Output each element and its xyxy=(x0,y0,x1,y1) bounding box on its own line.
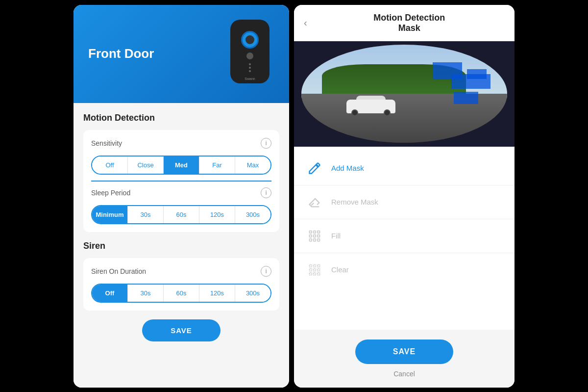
fill-label: Fill xyxy=(331,232,341,240)
right-save-button[interactable]: SAVE xyxy=(355,340,453,364)
doorbell-lens-inner xyxy=(245,35,254,44)
sleep-period-label: Sleep Period xyxy=(91,189,130,197)
right-actions: Add Mask Remove Mask xyxy=(294,147,514,330)
svg-rect-8 xyxy=(318,238,320,241)
siren-card: Siren On Duration i Off 30s 60s 120s 300… xyxy=(83,258,279,311)
doorbell-button xyxy=(246,52,253,59)
sensitivity-label: Sensitivity xyxy=(91,139,122,147)
sensitivity-row: Sensitivity i xyxy=(91,138,271,149)
sensitivity-med[interactable]: Med xyxy=(164,157,199,174)
svg-rect-12 xyxy=(310,268,312,271)
right-footer: SAVE Cancel xyxy=(294,330,514,388)
siren-300s[interactable]: 300s xyxy=(235,285,270,302)
screens-container: Front Door Swann Motion Detection xyxy=(0,0,588,392)
siren-duration-label: Siren On Duration xyxy=(91,267,146,275)
right-header: ‹ Motion Detection Mask xyxy=(294,5,514,41)
left-save-button[interactable]: SAVE xyxy=(142,319,220,341)
svg-rect-3 xyxy=(310,235,312,237)
title-line2: Mask xyxy=(398,23,420,33)
siren-30s[interactable]: 30s xyxy=(128,285,164,302)
sleep-120s[interactable]: 120s xyxy=(199,206,235,223)
svg-rect-6 xyxy=(310,238,312,241)
mask-block-4 xyxy=(467,69,487,79)
svg-rect-1 xyxy=(314,231,316,233)
sleep-period-row: Sleep Period i xyxy=(91,187,271,198)
eraser-icon xyxy=(306,193,323,211)
motion-detection-title: Motion Detection xyxy=(83,113,279,123)
add-mask-item[interactable]: Add Mask xyxy=(294,152,514,185)
fill-grid-icon xyxy=(306,227,323,245)
siren-btn-group: Off 30s 60s 120s 300s xyxy=(91,284,271,303)
pencil-icon xyxy=(306,159,323,177)
svg-rect-14 xyxy=(318,268,320,271)
sensitivity-close[interactable]: Close xyxy=(128,157,164,174)
camera-view[interactable] xyxy=(294,41,514,147)
siren-title: Siren xyxy=(83,241,279,251)
right-title: Motion Detection Mask xyxy=(314,13,505,33)
sensitivity-far[interactable]: Far xyxy=(199,157,235,174)
clear-label: Clear xyxy=(331,265,349,274)
sensitivity-max[interactable]: Max xyxy=(235,157,270,174)
svg-rect-7 xyxy=(314,238,316,241)
svg-rect-9 xyxy=(310,264,312,267)
svg-rect-0 xyxy=(310,231,312,233)
svg-rect-13 xyxy=(314,268,316,271)
sleep-info-icon[interactable]: i xyxy=(261,187,271,198)
sleep-minimum[interactable]: Minimum xyxy=(92,206,128,223)
doorbell-body: Swann xyxy=(230,20,270,83)
sensitivity-off[interactable]: Off xyxy=(92,157,128,174)
device-name: Front Door xyxy=(88,46,154,61)
siren-info-icon[interactable]: i xyxy=(261,266,271,277)
title-line1: Motion Detection xyxy=(373,13,445,23)
svg-rect-11 xyxy=(318,264,320,267)
sensitivity-btn-group: Off Close Med Far Max xyxy=(91,156,271,175)
svg-rect-5 xyxy=(318,235,320,237)
cancel-button[interactable]: Cancel xyxy=(393,370,415,378)
siren-120s[interactable]: 120s xyxy=(199,285,235,302)
sleep-300s[interactable]: 300s xyxy=(235,206,270,223)
device-header: Front Door Swann xyxy=(74,5,289,103)
mask-block-3 xyxy=(454,92,478,104)
sensitivity-card: Sensitivity i Off Close Med Far Max Slee… xyxy=(83,130,279,232)
svg-rect-15 xyxy=(310,272,312,275)
sensitivity-divider xyxy=(91,181,271,182)
svg-rect-16 xyxy=(314,272,316,275)
fill-item[interactable]: Fill xyxy=(294,219,514,253)
oval-frame xyxy=(301,45,507,143)
svg-rect-2 xyxy=(318,231,320,233)
svg-rect-4 xyxy=(314,235,316,237)
sensitivity-info-icon[interactable]: i xyxy=(261,138,271,149)
doorbell-speaker xyxy=(249,63,251,72)
add-mask-label: Add Mask xyxy=(331,164,364,172)
remove-mask-label: Remove Mask xyxy=(331,198,378,206)
clear-item[interactable]: Clear xyxy=(294,253,514,287)
panel-content: Motion Detection Sensitivity i Off Close… xyxy=(74,103,289,388)
siren-60s[interactable]: 60s xyxy=(164,285,199,302)
doorbell-image: Swann xyxy=(230,20,274,88)
brand-text: Swann xyxy=(245,77,255,80)
left-panel: Front Door Swann Motion Detection xyxy=(74,5,289,388)
sleep-60s[interactable]: 60s xyxy=(164,206,199,223)
siren-duration-row: Siren On Duration i xyxy=(91,266,271,277)
siren-off[interactable]: Off xyxy=(92,285,128,302)
car xyxy=(346,96,395,113)
sleep-btn-group: Minimum 30s 60s 120s 300s xyxy=(91,205,271,224)
back-button[interactable]: ‹ xyxy=(304,17,307,28)
right-panel: ‹ Motion Detection Mask xyxy=(294,5,514,388)
sleep-30s[interactable]: 30s xyxy=(128,206,164,223)
doorbell-lens xyxy=(241,31,259,49)
remove-mask-item[interactable]: Remove Mask xyxy=(294,185,514,219)
svg-rect-10 xyxy=(314,264,316,267)
clear-grid-icon xyxy=(306,261,323,279)
svg-rect-17 xyxy=(318,272,320,275)
